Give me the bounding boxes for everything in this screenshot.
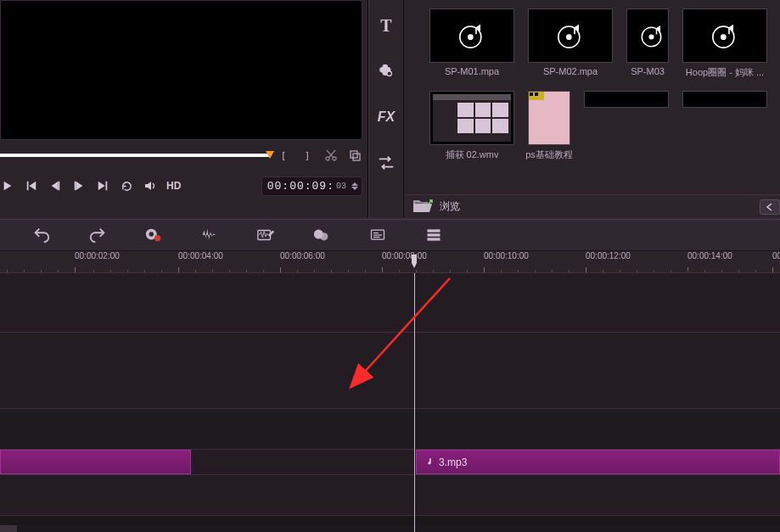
- time-ruler[interactable]: 00:00:02:0000:00:04:0000:00:06:0000:00:0…: [0, 251, 780, 273]
- media-item[interactable]: SP-M02.mpa: [528, 8, 613, 79]
- timeline-tracks: 3.mp3: [0, 273, 780, 532]
- audio-thumbnail-icon: [682, 91, 767, 108]
- go-end-icon[interactable]: [95, 178, 110, 193]
- video-thumbnail-icon: [429, 91, 514, 145]
- svg-point-0: [326, 157, 329, 160]
- clip-label: 3.mp3: [439, 456, 467, 468]
- svg-point-8: [387, 71, 392, 76]
- media-item[interactable]: ps基础教程: [528, 91, 570, 161]
- audio-thumbnail-icon: [626, 8, 669, 63]
- loop-icon[interactable]: [119, 178, 134, 193]
- svg-rect-2: [351, 151, 357, 158]
- chapter-icon[interactable]: [311, 226, 333, 244]
- media-footer: 浏览: [404, 194, 780, 218]
- media-item[interactable]: SP-M03: [626, 8, 669, 79]
- ruler-tick: 00:00:02:00: [75, 251, 120, 272]
- hd-toggle[interactable]: HD: [166, 180, 181, 192]
- track-spacer: [0, 516, 780, 524]
- folder-open-icon[interactable]: [412, 199, 433, 216]
- timeline-toolbar: [0, 219, 780, 251]
- media-item-label: SP-M02.mpa: [543, 66, 598, 76]
- film-strip-icon: [529, 92, 544, 100]
- svg-rect-6: [75, 182, 76, 191]
- audio-clip[interactable]: [0, 450, 191, 474]
- media-grid: SP-M01.mpa SP-M02.mpa SP-M03 Hoop圈圈 - 妈咪…: [404, 0, 780, 194]
- step-forward-icon[interactable]: [71, 178, 87, 193]
- scroll-left-button[interactable]: [760, 199, 780, 215]
- media-item-label: Hoop圈圈 - 妈咪 ...: [686, 66, 764, 79]
- svg-rect-4: [27, 182, 29, 191]
- scrub-track[interactable]: [0, 154, 271, 157]
- track-extra[interactable]: [0, 475, 780, 516]
- preview-video[interactable]: [0, 0, 362, 140]
- playhead-line[interactable]: [414, 273, 415, 532]
- svg-point-18: [149, 232, 154, 237]
- copy-icon[interactable]: [347, 148, 362, 163]
- timecode-step-down[interactable]: [351, 187, 358, 190]
- scrollbar-stub[interactable]: [0, 525, 17, 532]
- timecode-main: 00:00:09:: [267, 180, 334, 193]
- ruler-tick: 00:: [772, 251, 780, 272]
- mark-in-button[interactable]: [: [276, 148, 291, 163]
- timecode-display[interactable]: 00:00:09:03: [261, 176, 362, 196]
- media-item-label: 捕获 02.wmv: [446, 148, 499, 161]
- svg-point-10: [468, 34, 474, 40]
- record-icon[interactable]: [143, 226, 165, 244]
- ruler-tick: 00:00:10:00: [484, 251, 529, 272]
- step-back-icon[interactable]: [48, 178, 63, 193]
- ruler-tick: 00:00:14:00: [687, 251, 732, 272]
- cut-icon[interactable]: [323, 148, 339, 163]
- title-tool-icon[interactable]: T: [376, 15, 396, 36]
- audio-edit-icon[interactable]: [255, 226, 277, 244]
- ruler-tick: 00:00:06:00: [280, 251, 325, 272]
- track-audio[interactable]: 3.mp3: [0, 450, 780, 475]
- track-video-2[interactable]: [0, 333, 780, 409]
- ruler-tick: 00:00:12:00: [586, 251, 631, 272]
- undo-icon[interactable]: [31, 226, 53, 244]
- play-icon[interactable]: [0, 178, 15, 193]
- mark-out-button[interactable]: ]: [300, 148, 315, 163]
- fx-tool-icon[interactable]: FX: [376, 107, 396, 127]
- volume-icon[interactable]: [143, 178, 158, 193]
- svg-rect-5: [59, 182, 60, 191]
- media-item[interactable]: Hoop圈圈 - 妈咪 ...: [682, 8, 767, 79]
- audio-thumbnail-icon: [429, 8, 514, 63]
- svg-rect-3: [353, 154, 360, 160]
- svg-rect-29: [428, 238, 441, 240]
- music-note-icon: [425, 456, 434, 468]
- media-library-panel: SP-M01.mpa SP-M02.mpa SP-M03 Hoop圈圈 - 妈咪…: [404, 0, 780, 218]
- timecode-frames: 03: [336, 182, 346, 191]
- redo-icon[interactable]: [87, 226, 109, 244]
- transition-tool-icon[interactable]: [376, 153, 396, 173]
- svg-rect-28: [428, 233, 441, 236]
- media-item[interactable]: [584, 91, 669, 161]
- svg-point-16: [721, 34, 727, 40]
- audio-thumbnail-icon: [528, 8, 613, 63]
- vertical-tool-strip: T FX: [368, 0, 404, 218]
- audio-clip[interactable]: 3.mp3: [416, 450, 780, 474]
- track-video-1[interactable]: [0, 273, 780, 333]
- svg-point-14: [649, 35, 654, 40]
- audio-mixer-icon[interactable]: [199, 226, 221, 244]
- audio-thumbnail-icon: [584, 91, 669, 108]
- svg-point-19: [154, 235, 160, 241]
- svg-point-1: [333, 157, 336, 160]
- media-item[interactable]: [682, 91, 767, 161]
- go-start-icon[interactable]: [24, 178, 39, 193]
- graphics-tool-icon[interactable]: [376, 61, 396, 81]
- ruler-tick: 00:00:04:00: [178, 251, 223, 272]
- subtitle-icon[interactable]: [367, 226, 389, 244]
- timecode-step-up[interactable]: [351, 182, 358, 186]
- scrub-handle[interactable]: [266, 151, 274, 159]
- transport-row: HD 00:00:09:03: [0, 165, 368, 206]
- svg-rect-27: [428, 229, 441, 232]
- multitrack-icon[interactable]: [423, 226, 445, 244]
- media-item[interactable]: 捕获 02.wmv: [429, 91, 514, 161]
- scrub-row: [ ]: [0, 140, 368, 165]
- browse-button[interactable]: 浏览: [440, 199, 460, 214]
- track-overlay[interactable]: [0, 409, 780, 450]
- svg-point-12: [566, 34, 572, 40]
- preview-panel: [ ]: [0, 0, 368, 218]
- media-item[interactable]: SP-M01.mpa: [429, 8, 514, 79]
- playhead-marker[interactable]: [408, 255, 420, 272]
